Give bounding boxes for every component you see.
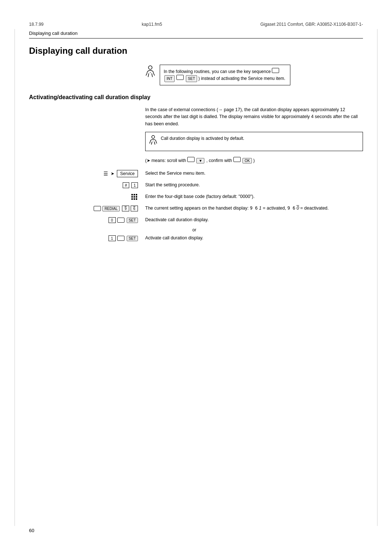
soft-key-nav [187, 157, 195, 162]
step-redial-right: The current setting appears on the hands… [145, 204, 363, 212]
svg-line-7 [151, 142, 152, 145]
svg-line-2 [152, 73, 152, 77]
section-heading: Activating/deactivating call duration di… [29, 94, 363, 101]
svg-point-6 [152, 135, 155, 138]
step-1-set-left: 1 SET [29, 234, 145, 243]
step-0-set-combined: 0 SET [109, 217, 138, 223]
info-icon [149, 135, 157, 148]
svg-point-5 [150, 72, 151, 73]
step-code: Enter the four-digit base code (factory … [29, 193, 363, 201]
step-1-set-combined: 1 SET [109, 235, 138, 241]
num-key-1: 1 [131, 182, 138, 188]
soft-key-blank-redial [94, 206, 101, 211]
step-code-text: Enter the four-digit base code (factory … [145, 194, 254, 199]
svg-line-4 [154, 73, 155, 76]
step-service-right: Select the Service menu item. [145, 169, 363, 177]
header-date: 18.7.99 [29, 22, 44, 27]
arrow-right-icon: ➤ [111, 171, 114, 176]
step-code-left [29, 193, 145, 201]
step-1-set-right: Activate call duration display. [145, 234, 363, 242]
description-area: In the case of external connections (→ p… [145, 106, 363, 151]
page-number: 60 [29, 528, 34, 533]
soft-key-blank-1 [117, 236, 124, 241]
soft-key-blank-0 [117, 218, 124, 223]
redial-key: REDIAL [102, 206, 120, 211]
header-product: Gigaset 2011 Comfort, GBR: A30852-X1106-… [260, 22, 363, 27]
or-text: or [145, 227, 363, 232]
breadcrumb: Displaying call duration [29, 31, 363, 39]
int-key: INT [164, 75, 175, 82]
step-0-set: 0 SET Deactivate call duration display. [29, 216, 363, 224]
breadcrumb-text: Displaying call duration [29, 31, 78, 36]
soft-key-blank2 [176, 75, 184, 80]
nav-hint: (➤ means: scroll with ▼ , confirm with O… [145, 157, 363, 163]
steps-area: ☰ ➤ Service Select the Service menu item… [29, 169, 363, 243]
step-1-set-text: Activate call duration display. [145, 235, 203, 240]
step-redial: REDIAL 9 6 The current setting appears o… [29, 204, 363, 213]
service-box: Service [117, 170, 138, 177]
step-code-right: Enter the four-digit base code (factory … [145, 193, 363, 200]
menu-icon: ☰ [103, 171, 108, 177]
note-text-content: In the following routines, you can use t… [164, 69, 285, 81]
set-key-1: SET [127, 236, 138, 241]
svg-point-0 [148, 66, 152, 69]
svg-line-3 [146, 73, 147, 76]
or-label: or [145, 227, 196, 232]
step-service-text: Select the Service menu item. [145, 171, 205, 176]
step-hash-combined: # 1 [123, 182, 138, 188]
note-text: In the following routines, you can use t… [160, 65, 290, 85]
step-hash-text: Start the setting procedure. [145, 182, 200, 187]
step-service: ☰ ➤ Service Select the Service menu item… [29, 169, 363, 178]
step-hash-left: # 1 [29, 181, 145, 190]
step-0-set-left: 0 SET [29, 216, 145, 224]
set-key-note: SET [186, 75, 197, 82]
svg-line-9 [150, 142, 150, 143]
soft-key-confirm [233, 157, 241, 162]
step-0-set-text: Deactivate call duration display. [145, 217, 209, 222]
page-header: 18.7.99 kap11.fm5 Gigaset 2011 Comfort, … [29, 22, 363, 27]
note-box: In the following routines, you can use t… [145, 65, 363, 85]
set-key-0: SET [127, 218, 138, 223]
svg-point-11 [153, 141, 154, 141]
soft-key-blank1 [272, 68, 279, 73]
step-service-left: ☰ ➤ Service [29, 169, 145, 178]
vline-right [377, 29, 377, 526]
key-1: 1 [109, 235, 116, 241]
info-box: Call duration display is activated by de… [145, 132, 363, 151]
step-redial-left: REDIAL 9 6 [29, 204, 145, 213]
info-box-text: Call duration display is activated by de… [161, 135, 244, 142]
svg-line-10 [156, 142, 157, 143]
page-container: 18.7.99 kap11.fm5 Gigaset 2011 Comfort, … [0, 0, 392, 555]
nine-dot-icon [131, 194, 138, 200]
key-9: 9 [122, 206, 129, 211]
page-footer: 60 [29, 528, 34, 533]
vline-left [15, 29, 15, 526]
ok-key: OK [242, 158, 252, 163]
page-title: Displaying call duration [29, 46, 363, 56]
step-1-set: 1 SET Activate call duration display. [29, 234, 363, 243]
hash-key: # [123, 182, 129, 188]
phone-person-icon [145, 65, 155, 80]
description-paragraph: In the case of external connections (→ p… [145, 106, 363, 127]
step-hash-right: Start the setting procedure. [145, 181, 363, 189]
nav-hint-text: (➤ means: scroll with ▼ , confirm with O… [145, 158, 255, 163]
key-0: 0 [109, 217, 116, 223]
step-hash-1: # 1 Start the setting procedure. [29, 181, 363, 190]
header-filename: kap11.fm5 [142, 22, 162, 27]
svg-line-1 [148, 73, 149, 77]
down-arrow-key: ▼ [196, 158, 204, 163]
key-6: 6 [131, 206, 138, 211]
step-redial-text: The current setting appears on the hands… [145, 206, 329, 211]
step-0-set-right: Deactivate call duration display. [145, 216, 363, 223]
svg-line-8 [154, 142, 155, 145]
step-redial-combined: REDIAL 9 6 [94, 206, 138, 211]
